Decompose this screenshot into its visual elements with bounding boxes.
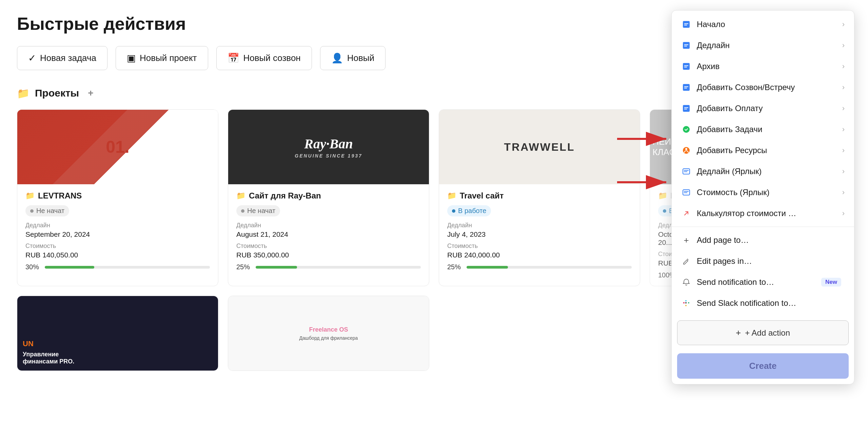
project-card-levtrans[interactable]: 01. 📁 LEVTRANS Не начат Дедлайн Septembe… <box>17 109 218 286</box>
chevron-right-icon: › <box>842 20 845 29</box>
dropdown-item-send-notification[interactable]: Send notification to… New <box>672 272 854 293</box>
cost-label: Стоимость <box>236 243 421 250</box>
add-resources-label: Добавить Ресурсы <box>697 146 767 155</box>
new-call-button[interactable]: 📅 Новый созвон <box>216 46 312 70</box>
project-card-body-rayban: 📁 Сайт для Ray-Ban Не начат Дедлайн Augu… <box>228 184 429 278</box>
dropdown-item-nachalo[interactable]: Начало › <box>672 14 854 35</box>
dropdown-menu: Начало › Дедлайн › <box>671 10 854 384</box>
cost-value: RUB 140,050.00 <box>25 251 210 259</box>
svg-rect-28 <box>685 302 687 303</box>
dedlayn-label: Дедлайн <box>697 41 730 50</box>
bell-icon <box>681 277 691 287</box>
edit-icon <box>681 256 691 266</box>
dropdown-item-arkhiv[interactable]: Архив › <box>672 56 854 77</box>
new-badge: New <box>821 278 841 287</box>
svg-rect-10 <box>684 86 688 87</box>
status-dot <box>452 209 455 213</box>
svg-rect-8 <box>684 67 687 67</box>
deadline-label: Дедлайн <box>25 222 210 229</box>
dropdown-item-add-resources[interactable]: Добавить Ресурсы › <box>672 140 854 161</box>
deadline-value: August 21, 2024 <box>236 230 421 238</box>
project-card-travel[interactable]: TRAWWELL 📁 Travel сайт В работе Дедлайн … <box>439 109 640 286</box>
project-name-levtrans: 📁 LEVTRANS <box>25 191 210 201</box>
new-task-button[interactable]: ✓ Новая задача <box>17 46 107 70</box>
dropdown-item-add-call[interactable]: Добавить Созвон/Встречу › <box>672 77 854 98</box>
status-badge-levtrans: Не начат <box>25 205 69 216</box>
folder-icon: 📁 <box>658 191 667 200</box>
dropdown-item-dedlayn[interactable]: Дедлайн › <box>672 35 854 56</box>
project-thumb-notion1: UN Управлениефинансами PRO. <box>17 296 218 371</box>
edit-pages-label: Edit pages in… <box>697 256 752 266</box>
check-icon: ✓ <box>28 52 36 64</box>
svg-rect-11 <box>684 88 687 88</box>
project-thumb-rayban: Ray·Ban GENUINE SINCE 1937 <box>228 110 429 184</box>
svg-rect-20 <box>684 171 687 172</box>
project-thumb-levtrans: 01. <box>17 110 218 184</box>
project-card-body-levtrans: 📁 LEVTRANS Не начат Дедлайн September 20… <box>17 184 218 278</box>
add-page-label: Add page to… <box>697 235 749 245</box>
progress-row: 25% <box>236 263 421 271</box>
arrow-icon <box>681 208 691 218</box>
progress-label: 25% <box>447 263 462 271</box>
dropdown-item-send-slack[interactable]: Send Slack notification to… <box>672 293 854 314</box>
svg-rect-0 <box>683 21 690 28</box>
progress-bar-fill <box>467 266 508 269</box>
progress-row: 30% <box>25 263 210 271</box>
folder-icon: ▣ <box>127 52 136 64</box>
folder-icon: 📁 <box>236 191 245 200</box>
cost-label: Стоимость <box>447 243 632 250</box>
svg-rect-24 <box>683 302 685 303</box>
dropdown-item-add-payment[interactable]: Добавить Оплату › <box>672 98 854 119</box>
add-tasks-label: Добавить Задачи <box>697 125 762 134</box>
new-other-button[interactable]: 👤 Новый <box>320 46 386 70</box>
user-icon: 👤 <box>331 52 343 64</box>
svg-rect-7 <box>684 65 688 66</box>
dropdown-item-edit-pages[interactable]: Edit pages in… <box>672 251 854 272</box>
dropdown-item-cost-label[interactable]: Стоимость (Ярлык) › <box>672 182 854 203</box>
project-card-notion1[interactable]: UN Управлениефинансами PRO. <box>17 296 218 371</box>
folder-icon: 📁 <box>17 87 29 99</box>
blue-square-icon-3 <box>681 61 691 71</box>
dropdown-items: Начало › Дедлайн › <box>672 10 854 317</box>
cost-value: RUB 240,000.00 <box>447 251 632 259</box>
dropdown-item-dedlayn-label[interactable]: Дедлайн (Ярлык) › <box>672 161 854 182</box>
cost-label-item: Стоимость (Ярлык) <box>697 188 769 197</box>
slack-icon <box>681 298 691 308</box>
dedlayn-label-item: Дедлайн (Ярлык) <box>697 167 762 176</box>
dropdown-item-add-tasks[interactable]: Добавить Задачи › <box>672 119 854 140</box>
svg-rect-26 <box>688 302 689 303</box>
svg-rect-19 <box>684 170 689 171</box>
project-card-rayban[interactable]: Ray·Ban GENUINE SINCE 1937 📁 Сайт для Ra… <box>228 109 429 286</box>
blue-square-icon-4 <box>681 82 691 92</box>
send-notification-label: Send notification to… <box>697 277 774 287</box>
status-badge-rayban: Не начат <box>236 205 280 216</box>
svg-rect-9 <box>683 84 690 91</box>
cost-value: RUB 350,000.00 <box>236 251 421 259</box>
chevron-right-icon: › <box>842 167 845 176</box>
project-card-notion2[interactable]: Freelance OS Дашборд для фрилансера <box>228 296 429 371</box>
calendar-icon: 📅 <box>228 52 239 64</box>
svg-rect-23 <box>684 192 687 193</box>
progress-label: 30% <box>25 263 41 271</box>
green-circle-icon <box>681 124 691 134</box>
dropdown-item-add-page[interactable]: + Add page to… <box>672 230 854 251</box>
new-project-button[interactable]: ▣ Новый проект <box>116 46 208 70</box>
svg-rect-1 <box>684 23 688 24</box>
svg-rect-6 <box>683 63 690 70</box>
chevron-right-icon: › <box>842 125 845 134</box>
svg-rect-25 <box>685 300 687 301</box>
status-dot <box>663 209 666 213</box>
create-button[interactable]: Create <box>677 353 849 379</box>
list-icon-2 <box>681 187 691 197</box>
add-project-button[interactable]: + <box>84 86 97 100</box>
progress-bar-bg <box>467 266 632 269</box>
svg-rect-3 <box>683 42 690 49</box>
chevron-right-icon: › <box>842 146 845 155</box>
deadline-label: Дедлайн <box>447 222 632 229</box>
status-dot <box>30 209 34 213</box>
nachalo-label: Начало <box>697 20 725 29</box>
dropdown-item-calculator[interactable]: Калькулятор стоимости … › <box>672 203 854 224</box>
add-action-button[interactable]: + + Add action <box>677 320 849 345</box>
deadline-label: Дедлайн <box>236 222 421 229</box>
svg-rect-2 <box>684 25 687 25</box>
